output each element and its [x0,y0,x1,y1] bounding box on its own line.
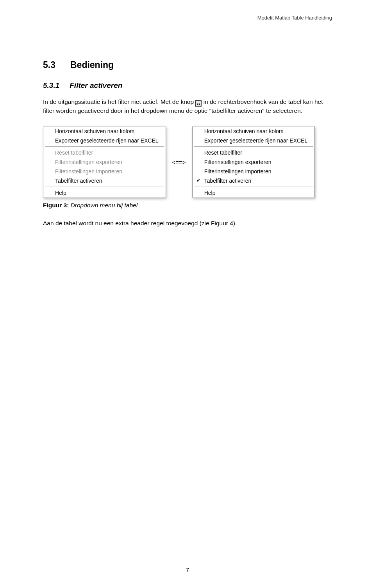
filter-button-icon: ☶ [195,100,202,107]
menu-item-tabelfilter-activeren-checked[interactable]: Tabelfilter activeren [193,176,315,185]
menu-item[interactable]: Filterinstellingen importeren [193,167,315,176]
menu-item: Filterinstellingen exporteren [43,157,166,167]
menu-item-tabelfilter-activeren[interactable]: Tabelfilter activeren [43,176,166,185]
menu-separator [194,187,313,187]
paragraph-2: Aan de tabel wordt nu een extra header r… [43,220,332,227]
figure-3-caption-text: Dropdown menu bij tabel [69,202,138,208]
arrow-between-icon: <==> [170,159,188,166]
menu-item: Filterinstellingen importeren [43,167,166,176]
menu-item[interactable]: Help [193,188,315,198]
subsection-title: Filter activeren [70,81,122,90]
menu-item[interactable]: Exporteer geselecteerde rijen naar EXCEL [43,136,166,145]
section-heading: 5.3 Bediening [43,60,332,70]
figure-3-caption: Figuur 3: Dropdown menu bij tabel [43,202,332,209]
page: Modelit Matlab Table Handleiding 5.3 Bed… [0,0,375,588]
menu-separator [45,146,164,147]
menu-item[interactable]: Horizontaal schuiven naar kolom [193,127,315,136]
menu-item[interactable]: Exporteer geselecteerde rijen naar EXCEL [193,136,315,145]
dropdown-menu-right: Horizontaal schuiven naar kolom Exportee… [192,126,315,198]
document-header-title: Modelit Matlab Table Handleiding [257,15,332,21]
menu-item[interactable]: Help [43,188,166,198]
figure-3-row: Horizontaal schuiven naar kolom Exportee… [43,126,332,198]
figure-3-caption-label: Figuur 3: [43,202,69,208]
paragraph-1: In de uitgangssituatie is het filter nie… [43,98,332,115]
menu-item: Reset tabelfilter [43,148,166,157]
menu-item[interactable]: Horizontaal schuiven naar kolom [43,127,166,136]
menu-separator [45,187,164,187]
subsection-number: 5.3.1 [43,81,59,90]
page-number: 7 [186,567,189,573]
section-number: 5.3 [43,60,55,70]
dropdown-menu-left: Horizontaal schuiven naar kolom Exportee… [43,126,166,198]
subsection-heading: 5.3.1 Filter activeren [43,81,332,90]
section-title: Bediening [70,60,114,70]
menu-item[interactable]: Reset tabelfilter [193,148,315,157]
menu-item[interactable]: Filterinstellingen exporteren [193,157,315,167]
paragraph-1-text-a: In de uitgangssituatie is het filter nie… [43,98,195,105]
menu-separator [194,146,313,147]
